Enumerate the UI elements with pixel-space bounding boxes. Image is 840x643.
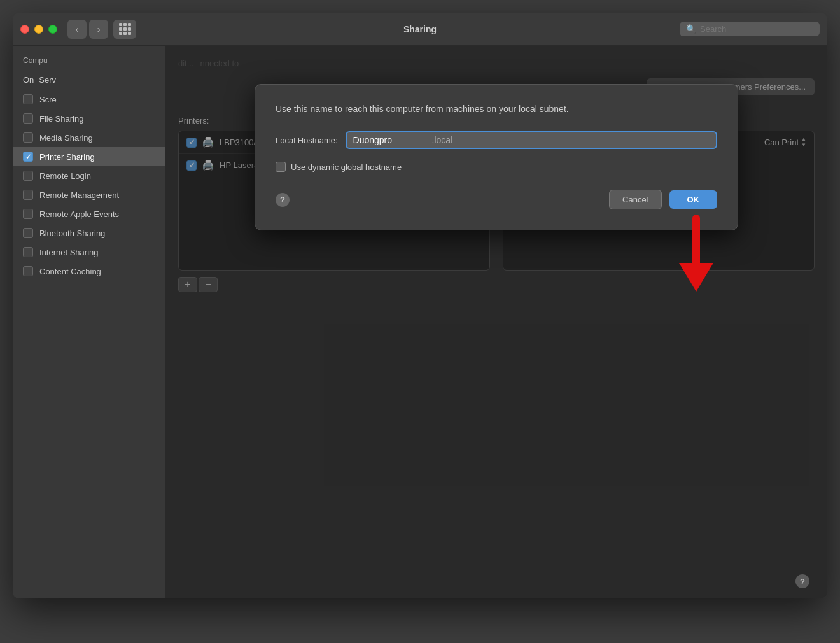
remote-login-label: Remote Login xyxy=(39,171,91,181)
traffic-lights xyxy=(20,25,57,34)
minimize-button[interactable] xyxy=(34,25,43,34)
bottom-help-button[interactable]: ? xyxy=(795,574,809,588)
internet-sharing-label: Internet Sharing xyxy=(39,248,99,257)
dialog-message: Use this name to reach this computer fro… xyxy=(276,102,717,116)
services-header: On Serv xyxy=(13,73,165,87)
dialog-overlay: Use this name to reach this computer fro… xyxy=(165,46,827,598)
file-sharing-label: File Sharing xyxy=(39,114,83,124)
hostname-label: Local Hostname: xyxy=(276,136,338,145)
file-sharing-checkbox[interactable] xyxy=(23,113,33,124)
screen-sharing-checkbox[interactable] xyxy=(23,94,33,104)
sidebar-item-screen-sharing[interactable]: Scre xyxy=(13,90,165,109)
screen-sharing-label: Scre xyxy=(39,95,57,104)
hostname-suffix: .local xyxy=(432,135,453,145)
sidebar-item-bluetooth-sharing[interactable]: Bluetooth Sharing xyxy=(13,223,165,243)
service-column-label: Serv xyxy=(39,75,56,85)
dynamic-hostname-label: Use dynamic global hostname xyxy=(291,162,402,172)
sidebar-item-remote-login[interactable]: Remote Login xyxy=(13,166,165,185)
main-panel: dit... nnected to Open Printers & Scanne… xyxy=(165,46,827,598)
hostname-input[interactable] xyxy=(353,135,430,145)
internet-sharing-checkbox[interactable] xyxy=(23,247,33,257)
hostname-row: Local Hostname: .local xyxy=(276,131,717,149)
title-bar: ‹ › Sharing 🔍 xyxy=(13,13,827,46)
grid-button[interactable] xyxy=(113,20,136,39)
sidebar-item-internet-sharing[interactable]: Internet Sharing xyxy=(13,243,165,262)
sidebar-header: Compu xyxy=(13,56,165,73)
content-area: Compu On Serv Scre File Sharing Media Sh… xyxy=(13,46,827,598)
sidebar-item-content-caching[interactable]: Content Caching xyxy=(13,262,165,281)
dialog-help-button[interactable]: ? xyxy=(276,193,290,207)
nav-buttons: ‹ › xyxy=(67,20,108,39)
sidebar-item-remote-apple-events[interactable]: Remote Apple Events xyxy=(13,204,165,223)
remote-login-checkbox[interactable] xyxy=(23,171,33,181)
dialog-footer: ? Cancel OK xyxy=(276,190,717,209)
remote-apple-events-checkbox[interactable] xyxy=(23,209,33,219)
cancel-button[interactable]: Cancel xyxy=(609,190,661,209)
remote-apple-events-label: Remote Apple Events xyxy=(39,209,119,219)
forward-button[interactable]: › xyxy=(89,20,108,39)
sidebar-item-remote-management[interactable]: Remote Management xyxy=(13,185,165,204)
remote-management-label: Remote Management xyxy=(39,190,119,200)
back-button[interactable]: ‹ xyxy=(67,20,87,39)
close-button[interactable] xyxy=(20,25,29,34)
maximize-button[interactable] xyxy=(48,25,57,34)
search-bar[interactable]: 🔍 xyxy=(680,22,820,36)
bluetooth-sharing-checkbox[interactable] xyxy=(23,228,33,238)
sidebar-item-printer-sharing[interactable]: Printer Sharing xyxy=(13,147,165,166)
hostname-input-wrapper[interactable]: .local xyxy=(346,131,717,149)
forward-icon: › xyxy=(97,24,101,34)
sidebar-item-file-sharing[interactable]: File Sharing xyxy=(13,109,165,128)
computer-name-label: Compu xyxy=(23,56,48,65)
printer-sharing-label: Printer Sharing xyxy=(39,152,95,162)
grid-icon xyxy=(119,23,131,35)
remote-management-checkbox[interactable] xyxy=(23,190,33,200)
ok-button[interactable]: OK xyxy=(669,190,718,209)
bluetooth-sharing-label: Bluetooth Sharing xyxy=(39,229,105,238)
svg-marker-1 xyxy=(679,263,713,292)
dialog: Use this name to reach this computer fro… xyxy=(255,84,738,230)
search-icon: 🔍 xyxy=(686,24,696,34)
search-input[interactable] xyxy=(700,24,813,34)
printer-sharing-checkbox[interactable] xyxy=(23,152,33,162)
media-sharing-label: Media Sharing xyxy=(39,133,93,143)
content-caching-checkbox[interactable] xyxy=(23,266,33,276)
on-column-label: On xyxy=(23,75,34,85)
main-window: ‹ › Sharing 🔍 Compu On xyxy=(13,13,827,598)
sidebar: Compu On Serv Scre File Sharing Media Sh… xyxy=(13,46,165,598)
red-arrow-indicator xyxy=(674,212,718,295)
window-title: Sharing xyxy=(403,24,437,34)
back-icon: ‹ xyxy=(76,24,79,34)
dynamic-hostname-checkbox[interactable] xyxy=(276,162,286,172)
dynamic-hostname-row: Use dynamic global hostname xyxy=(276,162,717,172)
content-caching-label: Content Caching xyxy=(39,267,101,276)
media-sharing-checkbox[interactable] xyxy=(23,132,33,143)
sidebar-item-media-sharing[interactable]: Media Sharing xyxy=(13,128,165,147)
